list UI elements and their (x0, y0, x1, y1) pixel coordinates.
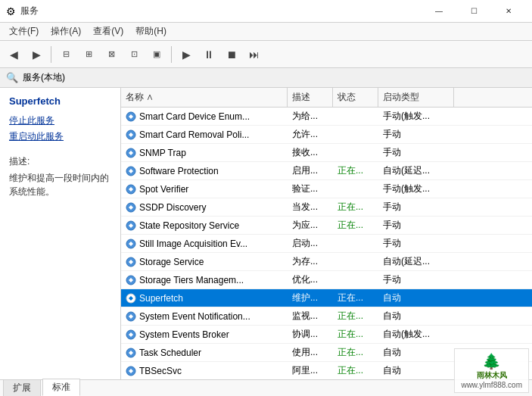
menu-action[interactable]: 操作(A) (45, 23, 87, 39)
cell-name-5: SSDP Discovery (121, 198, 288, 216)
watermark-brand: 雨林木风 (461, 370, 522, 381)
header-startup[interactable]: 启动类型 (378, 88, 454, 107)
title-bar: ⚙ 服务 — ☐ ✕ (0, 0, 532, 23)
service-description: 维护和提高一段时间内的系统性能。 (9, 171, 111, 198)
table-row[interactable]: System Event Notification... 监视... 正在...… (121, 307, 532, 326)
cell-name-4: Spot Verifier (121, 180, 288, 198)
watermark: 🌲 雨林木风 www.ylmf888.com (454, 348, 529, 393)
tab-standard[interactable]: 标准 (42, 379, 80, 396)
cell-status-12: 正在... (333, 326, 378, 343)
services-table[interactable]: 名称 ∧ 描述 状态 启动类型 S (121, 88, 532, 379)
service-icon-11 (126, 311, 136, 322)
left-panel-title: Superfetch (9, 95, 111, 107)
cell-startup-4: 手动(触发... (378, 180, 454, 198)
toolbar-separator-2 (171, 46, 172, 63)
cell-desc-7: 启动... (288, 235, 333, 252)
cell-name-10: Superfetch (121, 289, 288, 307)
toolbar-btn-4[interactable]: ⊡ (123, 44, 145, 65)
cell-status-8 (333, 253, 378, 270)
service-icon-2 (126, 148, 136, 158)
toolbar: ◀ ▶ ⊟ ⊞ ⊠ ⊡ ▣ ▶ ⏸ ⏹ ⏭ (0, 41, 532, 68)
cell-status-14: 正在... (333, 362, 378, 379)
service-icon-3 (126, 166, 136, 176)
toolbar-btn-1[interactable]: ⊟ (55, 44, 76, 65)
cell-startup-13: 自动 (378, 344, 454, 361)
stop-button[interactable]: ⏹ (221, 44, 242, 65)
table-row[interactable]: State Repository Service 为应... 正在... 手动 (121, 217, 532, 235)
table-body: Smart Card Device Enum... 为给... 手动(触发...… (121, 108, 532, 379)
table-row[interactable]: System Events Broker 协调... 正在... 自动(触发..… (121, 326, 532, 344)
table-row[interactable]: Storage Service 为存... 自动(延迟... (121, 253, 532, 271)
menu-bar: 文件(F) 操作(A) 查看(V) 帮助(H) (0, 23, 532, 41)
left-panel: Superfetch 停止此服务 重启动此服务 描述: 维护和提高一段时间内的系… (0, 88, 121, 379)
cell-startup-1: 手动 (378, 126, 454, 143)
cell-desc-5: 当发... (288, 198, 333, 216)
pause-button[interactable]: ⏸ (198, 44, 219, 65)
toolbar-btn-5[interactable]: ▣ (146, 44, 167, 65)
bottom-tabs: 扩展 标准 (0, 379, 532, 396)
service-icon-7 (126, 239, 136, 249)
maximize-button[interactable]: ☐ (456, 0, 491, 23)
table-row[interactable]: SNMP Trap 接收... 手动 (121, 144, 532, 162)
title-controls: — ☐ ✕ (422, 0, 526, 23)
cell-name-13: Task Scheduler (121, 344, 288, 361)
cell-name-6: State Repository Service (121, 217, 288, 234)
table-row[interactable]: SSDP Discovery 当发... 正在... 手动 (121, 198, 532, 217)
cell-status-0 (333, 108, 378, 125)
cell-status-10: 正在... (333, 289, 378, 307)
cell-desc-10: 维护... (288, 289, 333, 307)
minimize-button[interactable]: — (422, 0, 456, 23)
back-button[interactable]: ◀ (3, 44, 24, 65)
service-icon-6 (126, 220, 136, 231)
header-desc[interactable]: 描述 (288, 88, 333, 107)
cell-name-0: Smart Card Device Enum... (121, 108, 288, 125)
window-title: 服务 (20, 5, 39, 17)
menu-help[interactable]: 帮助(H) (129, 23, 173, 39)
restart-button[interactable]: ⏭ (244, 44, 265, 65)
app-icon: ⚙ (6, 5, 16, 17)
cell-name-12: System Events Broker (121, 326, 288, 343)
cell-desc-6: 为应... (288, 217, 333, 234)
stop-service-link[interactable]: 停止此服务 (9, 114, 111, 127)
cell-startup-14: 自动 (378, 362, 454, 379)
content-area: Superfetch 停止此服务 重启动此服务 描述: 维护和提高一段时间内的系… (0, 88, 532, 379)
title-bar-left: ⚙ 服务 (6, 5, 39, 17)
cell-desc-0: 为给... (288, 108, 333, 125)
service-icon-13 (126, 348, 136, 358)
menu-file[interactable]: 文件(F) (3, 23, 45, 39)
cell-name-8: Storage Service (121, 253, 288, 270)
forward-button[interactable]: ▶ (26, 44, 47, 65)
cell-status-6: 正在... (333, 217, 378, 234)
cell-name-14: TBSecSvc (121, 362, 288, 379)
cell-startup-5: 手动 (378, 198, 454, 216)
toolbar-btn-3[interactable]: ⊠ (101, 44, 122, 65)
table-row[interactable]: Smart Card Device Enum... 为给... 手动(触发... (121, 108, 532, 126)
table-row[interactable]: Still Image Acquisition Ev... 启动... 手动 (121, 235, 532, 253)
cell-name-11: System Event Notification... (121, 307, 288, 325)
toolbar-btn-2[interactable]: ⊞ (78, 44, 99, 65)
service-icon-8 (126, 257, 136, 267)
table-row[interactable]: Superfetch 维护... 正在... 自动 (121, 289, 532, 307)
service-icon-14 (126, 366, 136, 376)
header-name[interactable]: 名称 ∧ (121, 88, 288, 107)
menu-view[interactable]: 查看(V) (87, 23, 129, 39)
cell-status-7 (333, 235, 378, 252)
cell-status-2 (333, 144, 378, 161)
cell-desc-13: 使用... (288, 344, 333, 361)
cell-status-11: 正在... (333, 307, 378, 325)
restart-service-link[interactable]: 重启动此服务 (9, 130, 111, 143)
header-status[interactable]: 状态 (333, 88, 378, 107)
table-row[interactable]: Software Protection 启用... 正在... 自动(延迟... (121, 162, 532, 180)
tab-expand[interactable]: 扩展 (3, 379, 41, 396)
table-row[interactable]: Storage Tiers Managem... 优化... 手动 (121, 271, 532, 289)
table-row[interactable]: Spot Verifier 验证... 手动(触发... (121, 180, 532, 198)
cell-desc-1: 允许... (288, 126, 333, 143)
cell-status-5: 正在... (333, 198, 378, 216)
main-layout: 🔍 服务(本地) Superfetch 停止此服务 重启动此服务 描述: 维护和… (0, 68, 532, 396)
cell-desc-4: 验证... (288, 180, 333, 198)
toolbar-separator-1 (51, 46, 51, 63)
play-button[interactable]: ▶ (176, 44, 197, 65)
address-text: 服务(本地) (23, 71, 65, 84)
table-row[interactable]: Smart Card Removal Poli... 允许... 手动 (121, 126, 532, 144)
close-button[interactable]: ✕ (491, 0, 526, 23)
